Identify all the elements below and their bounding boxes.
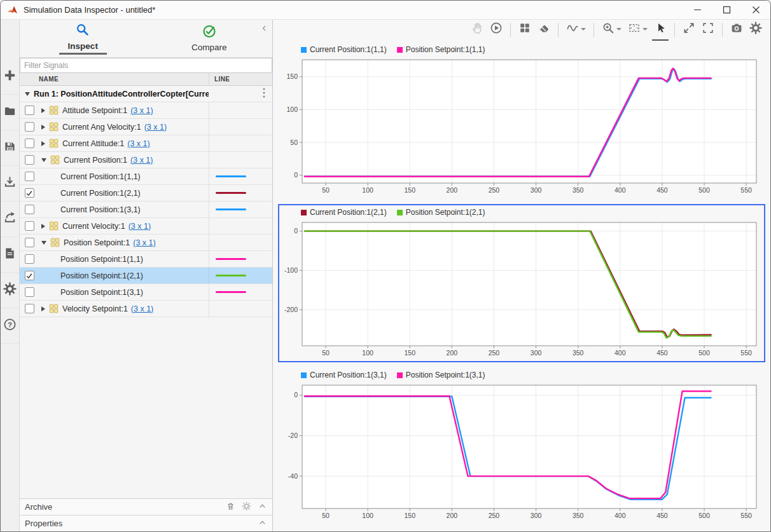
close-icon[interactable]: [741, 1, 770, 19]
subplot-2-selected[interactable]: Current Position:1(2,1)Position Setpoint…: [278, 204, 765, 362]
preferences-button[interactable]: [1, 273, 19, 308]
tab-compare[interactable]: Compare: [146, 20, 273, 57]
checkbox-unchecked[interactable]: [25, 205, 34, 214]
clear-subplots-button[interactable]: [536, 20, 552, 41]
signal-row[interactable]: Position Setpoint:1(3,1): [20, 284, 272, 301]
expander-down-icon[interactable]: [41, 158, 46, 162]
checkbox-unchecked[interactable]: [25, 254, 34, 264]
subplot-3[interactable]: Current Position:1(3,1)Position Setpoint…: [278, 367, 765, 525]
eraser-icon: [538, 22, 550, 37]
expander-right-icon[interactable]: [41, 141, 45, 146]
archive-bar[interactable]: Archive: [20, 498, 272, 515]
checkbox-unchecked[interactable]: [25, 106, 34, 115]
expander-right-icon[interactable]: [41, 306, 45, 311]
checkbox-unchecked[interactable]: [25, 238, 34, 247]
expander-right-icon[interactable]: [41, 125, 45, 130]
show-signals-button[interactable]: [564, 20, 588, 41]
expander-down-icon[interactable]: [41, 241, 46, 245]
checkbox-unchecked[interactable]: [25, 122, 34, 132]
line-style-swatch[interactable]: [216, 192, 246, 194]
svg-text:500: 500: [698, 512, 710, 519]
caret-down-icon: [581, 28, 586, 31]
line-style-swatch[interactable]: [216, 291, 246, 294]
pointer-button[interactable]: [652, 20, 669, 41]
trash-icon[interactable]: [226, 501, 235, 513]
dimensions-link[interactable]: (3 x 1): [130, 156, 153, 165]
chevron-up-icon[interactable]: [258, 501, 267, 513]
open-button[interactable]: [1, 95, 19, 130]
signal-row[interactable]: Current Position:1(3,1): [20, 201, 272, 218]
import-icon: [3, 175, 17, 191]
legend-entry: Current Position:1(1,1): [301, 45, 387, 54]
collapse-sidebar-icon[interactable]: [260, 24, 268, 35]
import-button[interactable]: [1, 166, 19, 201]
plot-canvas[interactable]: 5010015020025030035040045050055005010015…: [281, 56, 763, 196]
expander-down-icon[interactable]: [25, 92, 30, 96]
line-style-swatch[interactable]: [216, 208, 246, 211]
legend-label: Position Setpoint:1(2,1): [406, 208, 485, 217]
line-style-swatch[interactable]: [216, 258, 246, 261]
zoom-button[interactable]: [600, 20, 623, 41]
checkbox-unchecked[interactable]: [25, 155, 34, 165]
checkbox-unchecked[interactable]: [25, 139, 34, 148]
svg-text:300: 300: [531, 512, 542, 519]
plot-canvas[interactable]: 501001502002503003504004505005500-100-20…: [281, 219, 763, 358]
export-button[interactable]: [1, 201, 19, 237]
minimize-icon[interactable]: [683, 1, 712, 19]
signal-group-row[interactable]: Attitude Setpoint:1(3 x 1): [20, 102, 272, 119]
subplot-1[interactable]: Current Position:1(1,1)Position Setpoint…: [278, 41, 765, 200]
expand-button[interactable]: [681, 20, 697, 41]
line-style-swatch[interactable]: [216, 175, 246, 178]
plot-settings-button[interactable]: [747, 20, 764, 41]
subplot-layout-button[interactable]: [517, 20, 533, 41]
expander-right-icon[interactable]: [41, 108, 45, 113]
kebab-menu-icon[interactable]: [262, 87, 266, 100]
fullscreen-button[interactable]: [700, 20, 716, 41]
create-report-button[interactable]: [1, 237, 19, 273]
svg-text:200: 200: [447, 186, 458, 194]
signal-group-row[interactable]: Current Ang Velocity:1(3 x 1): [20, 119, 272, 135]
signal-group-row[interactable]: Current Position:1(3 x 1): [20, 152, 272, 168]
line-style-swatch[interactable]: [216, 275, 246, 277]
snapshot-button[interactable]: [728, 20, 745, 41]
dimensions-link[interactable]: (3 x 1): [127, 139, 149, 148]
signal-group-row[interactable]: Position Setpoint:1(3 x 1): [20, 235, 272, 251]
save-button[interactable]: [1, 130, 19, 166]
filter-signals-input[interactable]: [20, 58, 272, 73]
group-label: Current Ang Velocity:1: [62, 123, 141, 132]
checkbox-checked[interactable]: [25, 271, 34, 280]
signal-group-row[interactable]: Velocity Setpoint:1(3 x 1): [20, 301, 272, 317]
checkbox-unchecked[interactable]: [25, 221, 34, 231]
signal-group-row[interactable]: Current Velocity:1(3 x 1): [20, 218, 272, 235]
run-row[interactable]: Run 1: PositionAttitudeControllerCopter[…: [20, 86, 272, 102]
properties-bar[interactable]: Properties: [20, 515, 272, 531]
checkbox-unchecked[interactable]: [25, 304, 34, 313]
maximize-icon[interactable]: [712, 1, 741, 19]
checkbox-checked[interactable]: [25, 188, 34, 198]
expander-right-icon[interactable]: [41, 224, 45, 229]
tab-inspect[interactable]: Inspect: [20, 20, 146, 57]
signal-group-row[interactable]: Current Attitude:1(3 x 1): [20, 135, 272, 152]
dimensions-link[interactable]: (3 x 1): [144, 123, 167, 132]
group-label: Current Position:1: [64, 156, 127, 165]
replay-button[interactable]: [488, 20, 504, 41]
legend: Current Position:1(3,1)Position Setpoint…: [301, 371, 763, 379]
dimensions-link[interactable]: (3 x 1): [133, 238, 155, 247]
signal-row[interactable]: Current Position:1(1,1): [20, 168, 272, 185]
signal-row[interactable]: Position Setpoint:1(1,1): [20, 251, 272, 268]
svg-text:150: 150: [404, 349, 415, 357]
chevron-up-icon[interactable]: [258, 518, 267, 529]
signal-row[interactable]: Position Setpoint:1(2,1): [20, 268, 272, 284]
dimensions-link[interactable]: (3 x 1): [131, 304, 153, 313]
gear-icon[interactable]: [242, 501, 251, 513]
dimensions-link[interactable]: (3 x 1): [128, 222, 151, 231]
checkbox-unchecked[interactable]: [25, 287, 34, 297]
checkbox-unchecked[interactable]: [25, 172, 34, 181]
plot-canvas[interactable]: 501001502002503003504004505005500-20-40: [281, 381, 763, 521]
dimensions-link[interactable]: (3 x 1): [130, 106, 153, 115]
add-button[interactable]: [1, 59, 19, 95]
signal-label: Position Setpoint:1(2,1): [60, 271, 143, 280]
help-button[interactable]: ?: [1, 308, 19, 344]
fit-to-view-button[interactable]: [626, 20, 649, 41]
signal-row[interactable]: Current Position:1(2,1): [20, 185, 272, 201]
